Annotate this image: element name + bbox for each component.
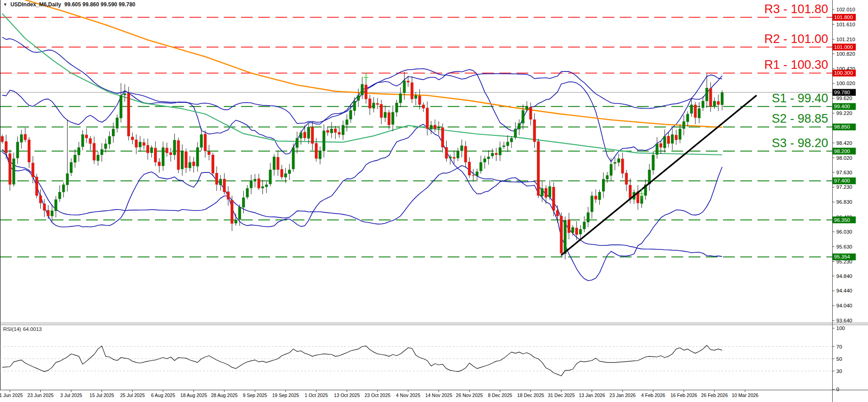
candle-body [261,187,264,188]
time-tick-label: 11 Jun 2025 [0,392,23,398]
price-badge-label: 98.200 [834,148,850,154]
candle-body [173,140,176,155]
resistance-label[interactable]: R3 - 101.80 [764,2,828,16]
time-tick-label: 14 Nov 2025 [425,392,453,398]
rsi-indicator-label: RSI(14)64.0013 [3,326,43,332]
candle-body [663,136,666,148]
rsi-scale-label: 30 [836,368,842,374]
mt4-chart-window: R3 - 101.80R2 - 101.00R1 - 100.30S1 - 99… [0,0,868,402]
candle-body [58,192,61,199]
candle-body [315,143,318,158]
candle-body [43,204,46,211]
time-tick-label: 15 Jul 2025 [90,392,114,398]
candle-body [223,179,226,192]
support-label[interactable]: S1 - 99.40 [772,91,828,105]
candle-body [541,188,544,196]
symbol-dropdown-icon[interactable]: ▼ [3,2,7,7]
rsi-scale-label: 0 [836,387,839,392]
candle-body [318,151,321,159]
candle-body [143,143,145,146]
rsi-scale-label: 50 [836,356,842,362]
candle-body [342,125,344,135]
candle-body [652,155,655,170]
candle-body [602,179,605,191]
candle-body [330,129,333,133]
candle-body [441,128,444,148]
candle-body [564,220,566,254]
candle-body [372,103,375,108]
candle-body [299,133,302,139]
candle-body [207,152,210,155]
chart-canvas[interactable]: R3 - 101.80R2 - 101.00R1 - 100.30S1 - 99… [0,0,868,402]
price-badge-label: 96.350 [834,217,850,223]
candle-body [20,134,23,143]
candle-body [568,220,570,233]
price-tick-label: 98.020 [836,155,852,161]
candle-body [254,179,256,181]
time-tick-label: 23 Oct 2025 [365,392,391,398]
candle-body [165,148,168,153]
candle-body [686,114,689,122]
candle-body [39,196,42,203]
candle-body [575,228,578,234]
time-tick-label: 13 Jan 2026 [579,392,605,398]
candle-body [276,157,279,170]
candle-body [62,185,65,192]
candle-body [502,146,505,147]
price-tick-label: 95.630 [836,244,852,249]
support-label[interactable]: S2 - 98.85 [772,112,828,125]
price-tick-label: 94.840 [836,273,852,279]
price-tick-label: 100.820 [836,51,855,57]
candle-body [135,140,138,148]
resistance-label[interactable]: R2 - 101.00 [764,32,828,46]
candle-body [326,130,329,133]
rsi-scale-label: 100 [836,325,845,331]
candle-body [694,105,697,118]
candle-body [556,211,559,216]
candle-body [476,172,478,176]
candle-body [526,106,528,110]
resistance-label[interactable]: R1 - 100.30 [764,58,828,72]
time-tick-label: 16 Feb 2026 [670,392,697,398]
candle-body [518,123,521,129]
candle-body [169,153,172,155]
candle-body [196,148,199,167]
time-tick-label: 26 Nov 2025 [456,392,483,398]
candle-body [613,162,616,163]
candle-body [376,103,379,105]
candle-body [47,210,49,216]
candle-body [54,200,57,211]
candle-body [437,127,440,128]
candle-body [146,145,149,153]
candle-body [583,222,586,229]
candle-body [35,177,38,196]
candle-body [311,127,314,144]
candle-body [434,125,436,129]
candle-body [552,187,555,211]
support-label[interactable]: S3 - 98.20 [772,136,828,150]
candle-body [594,196,597,200]
rsi-value: 64.0013 [23,326,42,332]
price-tick-label: 101.210 [836,37,855,42]
candle-body [123,94,126,96]
candle-body [16,142,19,158]
candle-body [235,220,237,224]
candle-body [296,138,299,148]
candle-body [304,132,306,139]
candle-body [51,211,53,216]
candle-body [625,173,628,185]
time-tick-label: 9 Sep 2025 [243,392,267,398]
candle-body [403,81,405,93]
time-tick-label: 10 Mar 2026 [732,392,758,398]
price-tick-label: 98.420 [836,140,852,146]
candle-body [709,88,712,106]
candle-body [81,134,84,147]
time-tick-label: 31 Dec 2025 [548,392,575,398]
candle-body [529,107,532,120]
candle-body [265,185,268,187]
candle-body [242,197,245,207]
candle-body [177,140,180,170]
candle-body [549,187,551,197]
candle-body [388,112,391,125]
candle-body [158,162,160,166]
